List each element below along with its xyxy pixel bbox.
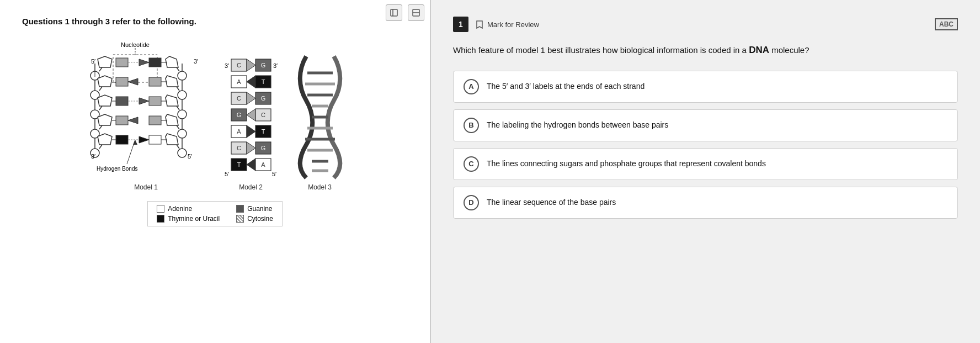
legend: Adenine Thymine or Uracil Guanine Cytosi… <box>147 201 283 226</box>
svg-marker-113 <box>247 142 255 154</box>
models-row: Nucleotide 5′ 3′ <box>86 37 345 191</box>
cytosine-box <box>236 215 244 223</box>
question-header: 1 Mark for Review ABC <box>453 17 958 32</box>
svg-marker-50 <box>128 117 138 124</box>
svg-marker-108 <box>247 125 255 138</box>
svg-marker-33 <box>98 95 112 106</box>
guanine-box <box>236 205 244 213</box>
right-panel: 1 Mark for Review ABC Which feature of m… <box>431 0 980 343</box>
left-panel: Questions 1 through 3 refer to the follo… <box>0 0 430 343</box>
svg-text:G: G <box>260 62 265 68</box>
svg-marker-15 <box>139 59 149 66</box>
option-d-text: The linear sequence of the base pairs <box>487 197 616 208</box>
option-c[interactable]: C The lines connecting sugars and phosph… <box>453 148 958 180</box>
thymine-box <box>157 215 164 223</box>
svg-text:G: G <box>236 112 241 118</box>
svg-rect-60 <box>116 135 128 144</box>
svg-line-67 <box>177 145 179 149</box>
svg-text:C: C <box>237 95 241 102</box>
option-b-text: The labeling the hydrogen bonds between … <box>487 120 668 131</box>
model3-label: Model 3 <box>308 183 332 191</box>
svg-line-20 <box>177 67 179 71</box>
svg-rect-16 <box>149 58 161 67</box>
svg-text:G: G <box>260 95 265 102</box>
svg-rect-64 <box>149 135 161 144</box>
option-b[interactable]: B The labeling the hydrogen bonds betwee… <box>453 109 958 141</box>
svg-rect-28 <box>149 77 161 86</box>
svg-marker-17 <box>166 56 178 67</box>
svg-rect-13 <box>116 58 128 67</box>
svg-point-42 <box>178 110 187 119</box>
svg-text:Hydrogen Bonds: Hydrogen Bonds <box>97 166 138 172</box>
svg-rect-36 <box>116 97 128 105</box>
question-number-badge: 1 <box>453 17 468 32</box>
abc-button[interactable]: ABC <box>935 18 958 30</box>
svg-marker-53 <box>166 114 178 125</box>
svg-text:C: C <box>261 112 265 118</box>
svg-point-19 <box>178 71 187 80</box>
svg-marker-9 <box>98 56 112 67</box>
svg-point-66 <box>178 149 187 157</box>
model1-container: Nucleotide 5′ 3′ <box>86 37 207 191</box>
svg-line-23 <box>99 87 102 91</box>
top-icons <box>386 4 424 21</box>
svg-marker-41 <box>166 95 178 106</box>
svg-point-54 <box>178 129 187 138</box>
model2-svg: 3′ C G 3′ A T C <box>223 54 279 181</box>
answer-options: A The 5′ and 3′ labels at the ends of ea… <box>453 71 958 219</box>
svg-marker-26 <box>128 78 138 85</box>
svg-line-35 <box>99 106 102 110</box>
svg-point-30 <box>178 91 187 99</box>
svg-marker-45 <box>98 114 112 125</box>
legend-guanine: Guanine <box>236 205 273 213</box>
cytosine-label: Cytosine <box>247 215 273 223</box>
legend-cytosine: Cytosine <box>236 215 273 223</box>
svg-line-55 <box>177 125 179 129</box>
svg-marker-21 <box>98 76 112 87</box>
svg-rect-24 <box>116 77 128 86</box>
option-a[interactable]: A The 5′ and 3′ labels at the ends of ea… <box>453 71 958 103</box>
svg-marker-98 <box>247 92 255 104</box>
svg-text:T: T <box>261 128 265 135</box>
option-d-circle: D <box>464 195 479 210</box>
option-c-text: The lines connecting sugars and phosphat… <box>487 159 766 170</box>
thymine-label: Thymine or Uracil <box>168 215 220 223</box>
model3-container: Model 3 <box>295 54 345 191</box>
svg-marker-87 <box>247 59 255 71</box>
adenine-label: Adenine <box>168 205 192 213</box>
svg-marker-65 <box>166 134 178 145</box>
svg-text:T: T <box>237 161 241 168</box>
mark-for-review-button[interactable]: Mark for Review <box>475 20 928 29</box>
option-a-circle: A <box>464 79 479 94</box>
svg-marker-73 <box>133 140 137 145</box>
expand-icon[interactable] <box>386 4 402 21</box>
split-icon[interactable] <box>408 4 424 21</box>
adenine-box <box>157 205 164 213</box>
svg-marker-38 <box>139 98 149 104</box>
option-d[interactable]: D The linear sequence of the base pairs <box>453 187 958 219</box>
legend-adenine: Adenine <box>157 205 220 213</box>
question-text: Which feature of model 1 best illustrate… <box>453 43 958 57</box>
svg-text:5′: 5′ <box>188 153 192 160</box>
svg-text:T: T <box>261 78 265 85</box>
diagram-area: Nucleotide 5′ 3′ <box>22 37 408 226</box>
guanine-label: Guanine <box>247 205 272 213</box>
dna-word: DNA <box>749 45 769 55</box>
model1-label: Model 1 <box>134 183 158 191</box>
svg-marker-103 <box>247 109 255 121</box>
legend-thymine: Thymine or Uracil <box>157 215 220 223</box>
svg-rect-0 <box>391 9 397 16</box>
option-c-circle: C <box>464 156 479 172</box>
svg-rect-48 <box>116 116 128 125</box>
svg-text:C: C <box>237 145 241 151</box>
svg-text:A: A <box>237 78 241 85</box>
svg-text:A: A <box>237 128 241 135</box>
model2-label: Model 2 <box>239 183 263 191</box>
model3-svg <box>295 54 345 181</box>
model1-svg: Nucleotide 5′ 3′ <box>86 37 207 181</box>
svg-line-59 <box>99 145 102 149</box>
model2-container: 3′ C G 3′ A T C <box>223 54 279 191</box>
option-b-circle: B <box>464 118 479 133</box>
bookmark-icon <box>475 20 484 29</box>
svg-rect-40 <box>149 97 161 105</box>
